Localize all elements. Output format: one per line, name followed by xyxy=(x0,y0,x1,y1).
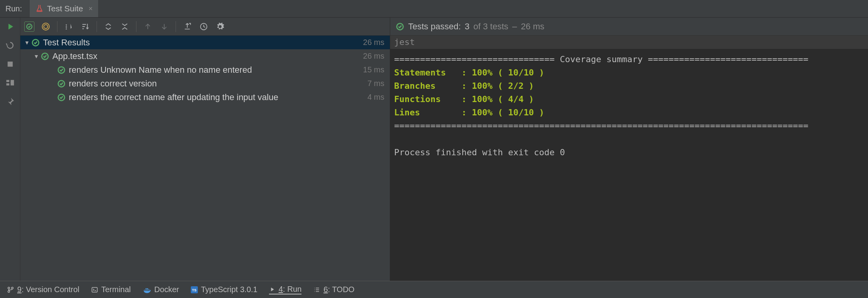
chevron-down-icon[interactable]: ▼ xyxy=(34,53,41,59)
svg-rect-17 xyxy=(92,287,97,292)
svg-rect-1 xyxy=(6,80,9,82)
status-vcs[interactable]: 9: Version Control xyxy=(7,285,79,294)
stop-icon[interactable] xyxy=(5,59,15,69)
summary-dash: – xyxy=(512,22,517,32)
separator xyxy=(57,21,57,32)
svg-rect-3 xyxy=(11,80,14,85)
console-text: =============================== Coverage… xyxy=(394,53,864,159)
status-docker[interactable]: Docker xyxy=(143,285,179,294)
tree-test-time: 15 ms xyxy=(363,65,387,74)
tree-test[interactable]: renders Unknown Name when no name entere… xyxy=(20,63,390,77)
status-bar: 9: Version Control Terminal Docker TS Ty… xyxy=(0,281,868,298)
test-summary: Tests passed: 3 of 3 tests – 26 ms xyxy=(390,18,868,36)
close-icon[interactable]: × xyxy=(88,5,93,13)
status-terminal[interactable]: Terminal xyxy=(91,285,131,294)
tree-test-label: renders Unknown Name when no name entere… xyxy=(69,65,363,75)
play-icon xyxy=(269,286,275,293)
tree-test[interactable]: renders correct version 7 ms xyxy=(20,77,390,90)
tree-root[interactable]: ▼ Test Results 26 ms xyxy=(20,36,390,49)
svg-text:TS: TS xyxy=(192,288,197,292)
check-icon xyxy=(57,93,66,102)
run-tab-row: Run: Test Suite × xyxy=(0,0,868,18)
tree-file-label: App.test.tsx xyxy=(52,51,363,61)
svg-point-14 xyxy=(8,287,10,289)
docker-icon xyxy=(143,285,151,294)
list-icon xyxy=(313,286,320,293)
tree-file-time: 26 ms xyxy=(363,52,387,61)
svg-point-6 xyxy=(44,25,48,29)
tree-root-time: 26 ms xyxy=(363,38,387,47)
console-output[interactable]: jest =============================== Cov… xyxy=(390,36,868,281)
test-toolbar xyxy=(20,18,390,36)
branch-icon xyxy=(7,286,14,293)
check-icon xyxy=(396,22,404,31)
pin-icon[interactable] xyxy=(5,97,15,107)
test-tree-pane: ▼ Test Results 26 ms ▼ App.test.tsx 26 m… xyxy=(20,18,390,281)
next-fail-icon[interactable] xyxy=(159,22,169,32)
console-command: jest xyxy=(390,36,868,49)
tree-test-label: renders the correct name after updating … xyxy=(69,92,368,102)
svg-rect-2 xyxy=(6,83,9,85)
settings-icon[interactable] xyxy=(215,22,225,32)
summary-prefix: Tests passed: xyxy=(408,22,461,32)
layout-icon[interactable] xyxy=(5,78,15,88)
tab-test-suite[interactable]: Test Suite × xyxy=(30,0,98,17)
tree-file[interactable]: ▼ App.test.tsx 26 ms xyxy=(20,49,390,63)
svg-point-15 xyxy=(8,291,10,293)
check-icon xyxy=(31,38,40,47)
run-gutter xyxy=(0,18,20,281)
history-icon[interactable] xyxy=(199,22,209,32)
summary-count: 3 xyxy=(465,22,470,32)
rerun-icon[interactable] xyxy=(5,22,15,32)
rerun-failed-icon[interactable] xyxy=(5,40,15,50)
console-pane: Tests passed: 3 of 3 tests – 26 ms jest … xyxy=(390,18,868,281)
separator xyxy=(97,21,97,32)
typescript-icon: TS xyxy=(191,286,198,293)
svg-rect-0 xyxy=(7,62,13,67)
status-typescript[interactable]: TS TypeScript 3.0.1 xyxy=(191,285,258,294)
tree-root-label: Test Results xyxy=(43,38,363,48)
terminal-icon xyxy=(91,286,98,293)
tree-test-label: renders correct version xyxy=(69,79,368,89)
check-icon xyxy=(57,66,66,74)
console-body: =============================== Coverage… xyxy=(390,49,868,163)
prev-fail-icon[interactable] xyxy=(143,22,153,32)
chevron-down-icon[interactable]: ▼ xyxy=(24,39,31,46)
sort-alpha-icon[interactable] xyxy=(64,22,74,32)
tab-label: Test Suite xyxy=(47,4,83,13)
test-tree: ▼ Test Results 26 ms ▼ App.test.tsx 26 m… xyxy=(20,36,390,281)
separator xyxy=(176,21,176,32)
tree-test-time: 7 ms xyxy=(368,79,387,88)
sort-duration-icon[interactable] xyxy=(80,22,90,32)
check-icon xyxy=(41,52,49,61)
status-run[interactable]: 4: Run xyxy=(269,285,301,294)
expand-all-icon[interactable] xyxy=(103,22,113,32)
tree-test-time: 4 ms xyxy=(368,93,387,102)
svg-point-5 xyxy=(42,23,49,30)
flask-icon xyxy=(35,4,44,13)
status-todo[interactable]: 6: TODO xyxy=(313,285,354,294)
summary-time: 26 ms xyxy=(521,22,544,32)
collapse-all-icon[interactable] xyxy=(120,22,130,32)
svg-point-16 xyxy=(11,287,13,289)
show-passed-icon[interactable] xyxy=(24,22,34,32)
separator xyxy=(136,21,136,32)
summary-of: of 3 tests xyxy=(473,22,508,32)
export-icon[interactable] xyxy=(182,22,192,32)
show-ignored-icon[interactable] xyxy=(41,22,51,32)
check-icon xyxy=(57,79,66,88)
tree-test[interactable]: renders the correct name after updating … xyxy=(20,90,390,104)
run-label: Run: xyxy=(5,4,22,13)
